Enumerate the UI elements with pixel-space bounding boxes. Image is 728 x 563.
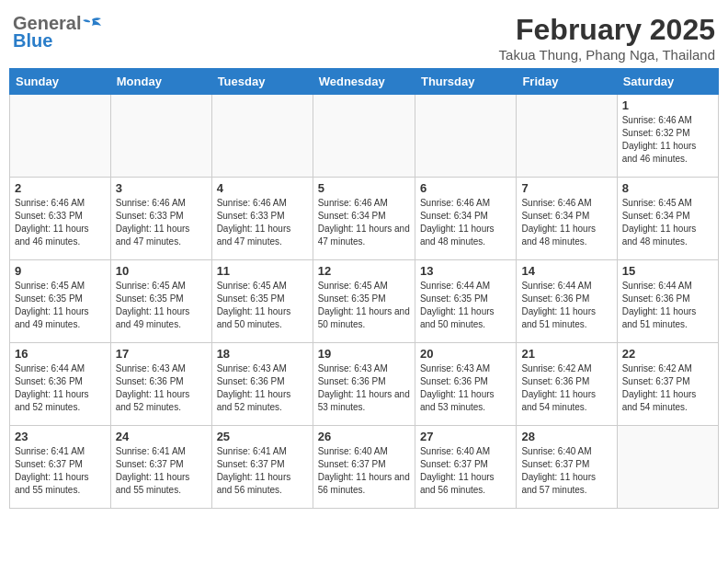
week-row-5: 23Sunrise: 6:41 AM Sunset: 6:37 PM Dayli…	[10, 426, 719, 509]
day-number: 28	[521, 430, 611, 443]
day-number: 26	[318, 430, 410, 443]
week-row-3: 9Sunrise: 6:45 AM Sunset: 6:35 PM Daylig…	[10, 260, 719, 343]
weekday-header-sunday: Sunday	[10, 69, 111, 95]
calendar-cell	[110, 95, 211, 178]
day-number: 16	[15, 347, 106, 361]
day-number: 24	[116, 430, 207, 443]
month-title: February 2025	[499, 13, 715, 47]
calendar-cell: 16Sunrise: 6:44 AM Sunset: 6:36 PM Dayli…	[10, 343, 111, 426]
day-info: Sunrise: 6:46 AM Sunset: 6:33 PM Dayligh…	[116, 197, 207, 248]
day-info: Sunrise: 6:44 AM Sunset: 6:36 PM Dayligh…	[622, 280, 713, 331]
calendar-cell: 23Sunrise: 6:41 AM Sunset: 6:37 PM Dayli…	[10, 426, 111, 509]
week-row-1: 1Sunrise: 6:46 AM Sunset: 6:32 PM Daylig…	[10, 95, 719, 178]
day-number: 5	[318, 181, 410, 195]
day-number: 3	[116, 181, 207, 195]
day-info: Sunrise: 6:44 AM Sunset: 6:36 PM Dayligh…	[521, 280, 611, 331]
day-number: 6	[420, 181, 511, 195]
day-info: Sunrise: 6:40 AM Sunset: 6:37 PM Dayligh…	[521, 445, 611, 497]
calendar-cell	[211, 95, 313, 178]
calendar-cell: 26Sunrise: 6:40 AM Sunset: 6:37 PM Dayli…	[313, 426, 415, 509]
page-header: General Blue February 2025 Takua Thung, …	[9, 9, 719, 63]
day-number: 19	[318, 347, 410, 361]
day-info: Sunrise: 6:43 AM Sunset: 6:36 PM Dayligh…	[116, 362, 207, 414]
day-info: Sunrise: 6:43 AM Sunset: 6:36 PM Dayligh…	[217, 362, 308, 414]
day-info: Sunrise: 6:46 AM Sunset: 6:33 PM Dayligh…	[217, 197, 308, 248]
logo-bird-icon	[83, 17, 103, 31]
logo: General Blue	[13, 13, 103, 52]
calendar-table: SundayMondayTuesdayWednesdayThursdayFrid…	[9, 68, 719, 509]
day-number: 15	[622, 264, 713, 278]
calendar-cell	[517, 95, 617, 178]
calendar-cell: 27Sunrise: 6:40 AM Sunset: 6:37 PM Dayli…	[415, 426, 516, 509]
calendar-cell	[313, 95, 415, 178]
day-info: Sunrise: 6:41 AM Sunset: 6:37 PM Dayligh…	[15, 445, 106, 497]
day-number: 17	[116, 347, 207, 361]
day-info: Sunrise: 6:40 AM Sunset: 6:37 PM Dayligh…	[318, 445, 410, 497]
week-row-2: 2Sunrise: 6:46 AM Sunset: 6:33 PM Daylig…	[10, 178, 719, 260]
calendar-cell: 14Sunrise: 6:44 AM Sunset: 6:36 PM Dayli…	[517, 260, 617, 343]
day-number: 9	[15, 264, 106, 278]
calendar-cell: 17Sunrise: 6:43 AM Sunset: 6:36 PM Dayli…	[110, 343, 211, 426]
day-number: 4	[217, 181, 308, 195]
calendar-cell: 1Sunrise: 6:46 AM Sunset: 6:32 PM Daylig…	[617, 95, 718, 178]
day-number: 21	[521, 347, 611, 361]
calendar-cell	[617, 426, 718, 509]
day-info: Sunrise: 6:41 AM Sunset: 6:37 PM Dayligh…	[217, 445, 308, 497]
weekday-header-saturday: Saturday	[617, 69, 718, 95]
calendar-cell: 13Sunrise: 6:44 AM Sunset: 6:35 PM Dayli…	[415, 260, 516, 343]
calendar-cell: 22Sunrise: 6:42 AM Sunset: 6:37 PM Dayli…	[617, 343, 718, 426]
day-number: 22	[622, 347, 713, 361]
calendar-cell: 12Sunrise: 6:45 AM Sunset: 6:35 PM Dayli…	[313, 260, 415, 343]
day-number: 20	[420, 347, 511, 361]
calendar-cell: 8Sunrise: 6:45 AM Sunset: 6:34 PM Daylig…	[617, 178, 718, 260]
day-number: 23	[15, 430, 106, 443]
day-info: Sunrise: 6:45 AM Sunset: 6:34 PM Dayligh…	[622, 197, 713, 248]
calendar-cell: 18Sunrise: 6:43 AM Sunset: 6:36 PM Dayli…	[211, 343, 313, 426]
day-number: 2	[15, 181, 106, 195]
day-info: Sunrise: 6:43 AM Sunset: 6:36 PM Dayligh…	[420, 362, 511, 414]
day-info: Sunrise: 6:45 AM Sunset: 6:35 PM Dayligh…	[15, 280, 106, 331]
calendar-cell	[415, 95, 516, 178]
weekday-header-wednesday: Wednesday	[313, 69, 415, 95]
day-info: Sunrise: 6:44 AM Sunset: 6:35 PM Dayligh…	[420, 280, 511, 331]
day-number: 11	[217, 264, 308, 278]
calendar-cell: 5Sunrise: 6:46 AM Sunset: 6:34 PM Daylig…	[313, 178, 415, 260]
weekday-header-monday: Monday	[110, 69, 211, 95]
day-info: Sunrise: 6:44 AM Sunset: 6:36 PM Dayligh…	[15, 362, 106, 414]
day-number: 18	[217, 347, 308, 361]
calendar-cell: 7Sunrise: 6:46 AM Sunset: 6:34 PM Daylig…	[517, 178, 617, 260]
day-number: 14	[521, 264, 611, 278]
calendar-cell: 11Sunrise: 6:45 AM Sunset: 6:35 PM Dayli…	[211, 260, 313, 343]
day-number: 8	[622, 181, 713, 195]
weekday-header-row: SundayMondayTuesdayWednesdayThursdayFrid…	[10, 69, 719, 95]
day-info: Sunrise: 6:43 AM Sunset: 6:36 PM Dayligh…	[318, 362, 410, 414]
calendar-cell	[10, 95, 111, 178]
calendar-cell: 3Sunrise: 6:46 AM Sunset: 6:33 PM Daylig…	[110, 178, 211, 260]
calendar-cell: 9Sunrise: 6:45 AM Sunset: 6:35 PM Daylig…	[10, 260, 111, 343]
day-info: Sunrise: 6:42 AM Sunset: 6:36 PM Dayligh…	[521, 362, 611, 414]
day-number: 7	[521, 181, 611, 195]
day-info: Sunrise: 6:41 AM Sunset: 6:37 PM Dayligh…	[116, 445, 207, 497]
calendar-cell: 2Sunrise: 6:46 AM Sunset: 6:33 PM Daylig…	[10, 178, 111, 260]
calendar-cell: 10Sunrise: 6:45 AM Sunset: 6:35 PM Dayli…	[110, 260, 211, 343]
calendar-cell: 15Sunrise: 6:44 AM Sunset: 6:36 PM Dayli…	[617, 260, 718, 343]
day-number: 25	[217, 430, 308, 443]
calendar-cell: 6Sunrise: 6:46 AM Sunset: 6:34 PM Daylig…	[415, 178, 516, 260]
title-block: February 2025 Takua Thung, Phang Nga, Th…	[499, 13, 715, 63]
logo-blue-text: Blue	[13, 30, 52, 52]
location-title: Takua Thung, Phang Nga, Thailand	[499, 47, 715, 63]
day-info: Sunrise: 6:46 AM Sunset: 6:34 PM Dayligh…	[318, 197, 410, 248]
day-number: 27	[420, 430, 511, 443]
day-info: Sunrise: 6:45 AM Sunset: 6:35 PM Dayligh…	[217, 280, 308, 331]
calendar-cell: 19Sunrise: 6:43 AM Sunset: 6:36 PM Dayli…	[313, 343, 415, 426]
weekday-header-thursday: Thursday	[415, 69, 516, 95]
calendar-cell: 4Sunrise: 6:46 AM Sunset: 6:33 PM Daylig…	[211, 178, 313, 260]
day-number: 1	[622, 98, 713, 112]
day-info: Sunrise: 6:42 AM Sunset: 6:37 PM Dayligh…	[622, 362, 713, 414]
day-info: Sunrise: 6:45 AM Sunset: 6:35 PM Dayligh…	[116, 280, 207, 331]
day-number: 13	[420, 264, 511, 278]
day-info: Sunrise: 6:46 AM Sunset: 6:33 PM Dayligh…	[15, 197, 106, 248]
week-row-4: 16Sunrise: 6:44 AM Sunset: 6:36 PM Dayli…	[10, 343, 719, 426]
calendar-cell: 20Sunrise: 6:43 AM Sunset: 6:36 PM Dayli…	[415, 343, 516, 426]
calendar-cell: 28Sunrise: 6:40 AM Sunset: 6:37 PM Dayli…	[517, 426, 617, 509]
